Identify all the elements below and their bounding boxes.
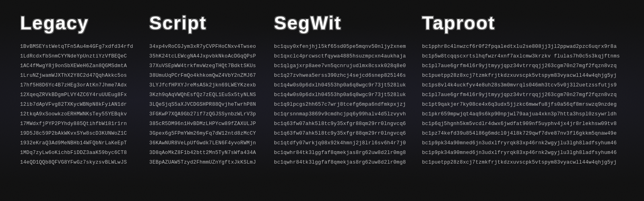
address-item[interactable]: 3D8qAoMkZ8F1b42btt2Mn5TyN7sWfa434A: [149, 149, 258, 157]
address-item[interactable]: bc1ps8vl4k4uckfyv4e8uh28s3m0mvrqls046mh3…: [422, 81, 620, 89]
address-item[interactable]: 19D5J8c59P2bAkWKvxSYw8scD3KUNWoZ1C: [20, 129, 133, 137]
segwit-title: SegWit: [274, 12, 406, 34]
address-item[interactable]: 35hK24tcLEWcgNA4JxpvbkNkoAcDGqQPsP: [149, 52, 258, 60]
column-segwit: SegWitbc1quy0xfenjhjl5kf65sd05pe5mqnv50n…: [266, 12, 414, 166]
address-item[interactable]: bc1pl7aue6grfm4l6r9yjtmyyjqpz34vtrrqqjj2…: [422, 91, 620, 99]
address-item[interactable]: bc1q27zvhwea5erss390zhcj4sejcd6snep825l4…: [274, 72, 406, 80]
address-item[interactable]: 1LdRcdxfbSnmCYYNdeYpUnztiYzVfBEQeC: [20, 52, 133, 60]
address-item[interactable]: bc1q63fw07ahk5l8tc9y35xfgr88qm29rr0lngvc…: [274, 129, 406, 137]
address-item[interactable]: 34xp4vRoCGJym3xR7yCVPFHoCNxv4Twseo: [149, 43, 258, 51]
address-item[interactable]: bc1p5w8tcqqscxrtslhqfwzr4xnf7axlcmw3krzk…: [422, 52, 620, 60]
address-item[interactable]: bc1quy0xfenjhjl5kf65sd05pe5mqnv50nljyžxn…: [274, 43, 406, 51]
legacy-title: Legacy: [20, 12, 133, 34]
address-item[interactable]: 3EBpAZUAW5Tzyd2FhmmUZnYgftxJkKSLmJ: [149, 158, 258, 166]
address-item[interactable]: bc1p6qj5hgnh5km5vcdlr4dwx6jwdfat909nf5uy…: [422, 120, 620, 128]
address-item[interactable]: bc1qlgajxrp8aee7vn5qcnrujudlmx8csxk028q8…: [274, 62, 406, 70]
address-item[interactable]: bc1q63fw07ahk5l8tc9y35xfgr88qm29rr0lngvc…: [274, 120, 406, 128]
address-item[interactable]: 1AC4fMwgY8j9onSbXEWeH6Zan8QGMSdmtA: [20, 62, 133, 70]
legacy-address-list: 1BvBMSEYstWetqTFn5Au4m4GFg7xdfd34rfd1LdR…: [20, 43, 133, 166]
address-item[interactable]: 14eQD1QQb8QFVG8YFwGz7skyzsvBLWLwJS: [20, 158, 133, 166]
address-item[interactable]: bc1qwhr84tk3lggfaf8qmekjas8rg62uw8d2lr0m…: [274, 158, 406, 166]
script-address-list: 34xp4vRoCGJym3xR7yCVPFHoCNxv4Twseo35hK24…: [149, 43, 258, 166]
column-taproot: Taprootbc1pphr8c4lnwzcf6r0f2fpqaledtxlu2…: [414, 12, 628, 166]
address-item[interactable]: 3LQeSjqS5aXJVCDGSHPR88QvjheTwrhP8N: [149, 100, 258, 109]
address-item[interactable]: 12ib7dApVFvg82TXKycWBNpN8kFyiAN1dr: [20, 100, 133, 109]
address-item[interactable]: bc1pl7aue6grfm4l6r9yjtmyyjqpz34vtrrqqjj2…: [422, 62, 620, 70]
address-item[interactable]: bc1puetpp28z8xcj7tzmkfrjtkdzxuvscpk5vtsp…: [422, 72, 620, 80]
address-item[interactable]: 37XuVSEpWW4trkfmvWzegTHQt7BdktSKUs: [149, 62, 258, 70]
script-title: Script: [149, 12, 258, 34]
address-item[interactable]: 3FGKwP7XQA9Gb27if7zQGJSSynbzWLrV3p: [149, 110, 258, 118]
address-item[interactable]: 3Gpex6g5FPmYWm26myFq7dW12ntd8zMcCY: [149, 129, 258, 137]
taproot-title: Taproot: [422, 12, 620, 34]
taproot-address-list: bc1pphr8c4lnwzcf6r0f2fpqaledtxlu2se808jj…: [422, 43, 620, 166]
address-item[interactable]: 12tkqA9xSoowkzoERHMWNKsTey55YEBqkv: [20, 110, 133, 118]
main-content: Legacy1BvBMSEYstWetqTFn5Au4m4GFg7xdfd34r…: [0, 0, 644, 178]
address-item[interactable]: bc1pkr659mpwjqt4aq9s6kp90npjwl79aajua4xk…: [422, 110, 620, 118]
address-item[interactable]: bc1qwhr84tk3lggfaf8qmekjas8rg62uw8d2lr0m…: [274, 149, 406, 157]
address-item[interactable]: 36KAwNUR8VeLpUfGwdk7LEN6F4yvoRWMjn: [149, 139, 258, 147]
address-item[interactable]: bc1q4w0s0p6dxlh04553hp0a6q8wgc9r73jt528l…: [274, 91, 406, 99]
address-item[interactable]: bc1pt9qakjer7ky08ce4x6q3udx5jjzkc6mwwfu8…: [422, 100, 620, 109]
address-item[interactable]: 1MDq7zyLw6oKichbFiDDZ3aaK59byc6CT8: [20, 149, 133, 157]
address-item[interactable]: bc1q9lpcgs2hh657c7wrj8tcefg6mpa6ndfmkpxj…: [274, 100, 406, 109]
address-item[interactable]: 1LruNZjwamWJXThX2Y8C2d47QqhAkkc5os: [20, 72, 133, 80]
segwit-address-list: bc1quy0xfenjhjl5kf65sd05pe5mqnv50nljyžxn…: [274, 43, 406, 166]
column-legacy: Legacy1BvBMSEYstWetqTFn5Au4m4GFg7xdfd34r…: [16, 12, 141, 166]
address-item[interactable]: 3Kzh9qAqVWQhEsfQz7zEQL1EuSx5tyNLNS: [149, 91, 258, 99]
column-script: Script34xp4vRoCGJym3xR7yCVPFHoCNxv4Twseo…: [141, 12, 266, 166]
address-item[interactable]: 1BvBMSEYstWetqTFn5Au4m4GFg7xdfd34rfd: [20, 43, 133, 51]
address-item[interactable]: 385cR5DM96n1HvBDMzLHPYcw89fZAXULJP: [149, 120, 258, 128]
address-item[interactable]: 1932eKraQ3Ad9MeNBHb14WFQbNrLaKeEpT: [20, 139, 133, 147]
address-item[interactable]: bc1p9pk34a90mned6jn3udxlfryrqk83xp46rnk2…: [422, 139, 620, 147]
address-item[interactable]: bc1q4w0s0p6dxlh04553hp0a6q8wgc9r73jt528l…: [274, 81, 406, 89]
address-item[interactable]: bc1pphr8c4lnwzcf6r0f2fpqaledtxlu2se808jj…: [422, 43, 620, 51]
address-item[interactable]: 17MWdxfjPYP2PYhdy885QtihfbW181r1rn: [20, 120, 133, 128]
address-item[interactable]: bc1qtdfy07wrkjq08x92k4hmnj2j8lrl6sv6h4r7…: [274, 139, 406, 147]
address-item[interactable]: 3LYJfcfHPXYJreMsASk2jkn69LWEYKzexb: [149, 81, 258, 89]
address-item[interactable]: 12XqeqZRVkBDgmPLVY4ZC6Y4ruUUEug8Fx: [20, 91, 133, 99]
address-item[interactable]: 17hf5H8D6Yc4B7zHEg3orAtKn7Jhme7Adx: [20, 81, 133, 89]
address-item[interactable]: 38UmuUqPCrFmQo4khkomQwZ4VbY2nZMJ67: [149, 72, 258, 80]
address-item[interactable]: bc1qrsnnmap3869v9cmdhcjpq6y99halv4d5lzvy…: [274, 110, 406, 118]
address-item[interactable]: bc1puetpp28z8xcj7tzmkfrjtkdzxuvscpk5vtsp…: [422, 158, 620, 166]
address-item[interactable]: bc1pz74kefd39u854l86g6mdcl0j4l8k729qwf7d…: [422, 129, 620, 137]
address-item[interactable]: bc1qxclc4prcwsctfqywa4885hsuzmpcxn4aukha…: [274, 52, 406, 60]
address-item[interactable]: bc1p9pk34a90mned6jn3udxlfryrqk83xp46rnk2…: [422, 149, 620, 157]
